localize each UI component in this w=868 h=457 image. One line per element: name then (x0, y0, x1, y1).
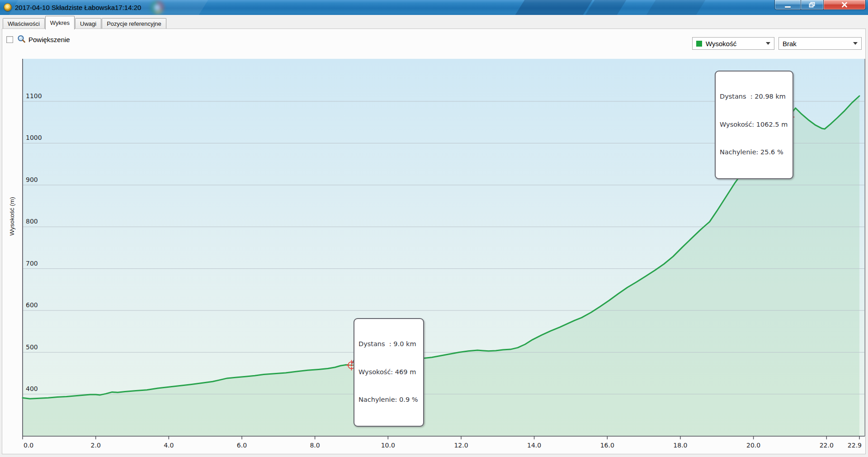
tab-pozycje-referencyjne[interactable]: Pozycje referencyjne (102, 18, 166, 29)
series-selector-value: Wysokość (706, 40, 736, 48)
title-bar[interactable]: 2017-04-10 Składziste Łabowska17:14:20 (0, 0, 868, 15)
tab-label: Wykres (50, 19, 70, 26)
window-title: 2017-04-10 Składziste Łabowska17:14:20 (15, 4, 141, 11)
tab-label: Uwagi (80, 20, 96, 27)
minimize-button[interactable] (774, 0, 801, 10)
magnifier-icon (17, 34, 27, 44)
tooltip-distance: Dystans : 9.0 km (359, 339, 418, 349)
tooltip-slope: Nachylenie: 0.9 % (359, 395, 418, 405)
window-controls (774, 0, 866, 10)
tab-label: Pozycje referencyjne (107, 20, 161, 27)
chart-tooltip: Dystans : 9.0 km Wysokość: 469 m Nachyle… (354, 318, 424, 427)
application-window: 2017-04-10 Składziste Łabowska17:14:20 W… (0, 0, 868, 457)
tooltip-distance: Dystans : 20.98 km (720, 92, 788, 101)
overlay-selector-value: Brak (783, 40, 797, 48)
blurred-desktop-icon (151, 1, 163, 14)
tab-label: Właściwości (8, 20, 40, 27)
zoom-checkbox-label[interactable]: Powiększenie (28, 36, 70, 43)
zoom-checkbox[interactable] (6, 36, 13, 43)
close-icon (841, 2, 848, 8)
app-icon (4, 3, 12, 11)
chevron-down-icon (766, 42, 770, 45)
tooltip-elevation: Wysokość: 469 m (359, 367, 418, 377)
titlebar-glass-streak (585, 0, 627, 15)
minimize-icon (785, 6, 791, 8)
tab-uwagi[interactable]: Uwagi (75, 18, 101, 29)
tab-strip: Właściwości Wykres Uwagi Pozycje referen… (0, 15, 868, 29)
titlebar-glass-streak (646, 0, 706, 15)
tab-wlasciwosci[interactable]: Właściwości (3, 18, 45, 29)
chart-tooltip: Dystans : 20.98 km Wysokość: 1062.5 m Na… (715, 71, 793, 179)
tab-wykres[interactable]: Wykres (45, 16, 75, 29)
tooltip-slope: Nachylenie: 25.6 % (720, 148, 788, 157)
close-button[interactable] (824, 0, 866, 10)
series-color-swatch (696, 41, 702, 47)
series-selector-dropdown[interactable]: Wysokość (692, 37, 774, 50)
chevron-down-icon (853, 42, 858, 45)
tooltip-elevation: Wysokość: 1062.5 m (720, 120, 788, 129)
restore-button[interactable] (801, 0, 824, 10)
titlebar-glass-streak (515, 0, 593, 15)
restore-icon (809, 2, 816, 8)
overlay-selector-dropdown[interactable]: Brak (778, 37, 862, 50)
